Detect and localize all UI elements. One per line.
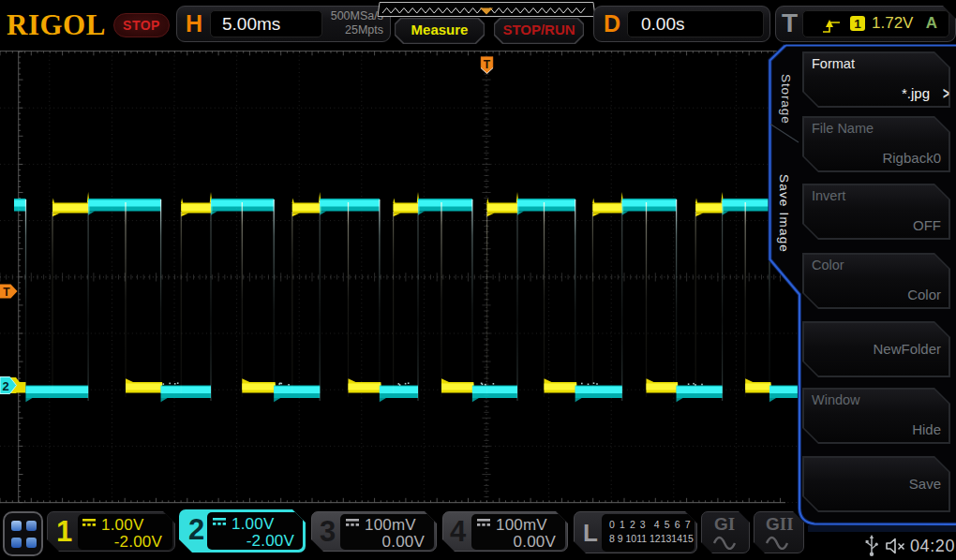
svg-text:T: T	[3, 286, 10, 299]
svg-text:2: 2	[3, 379, 9, 393]
svg-text:T: T	[484, 58, 491, 71]
